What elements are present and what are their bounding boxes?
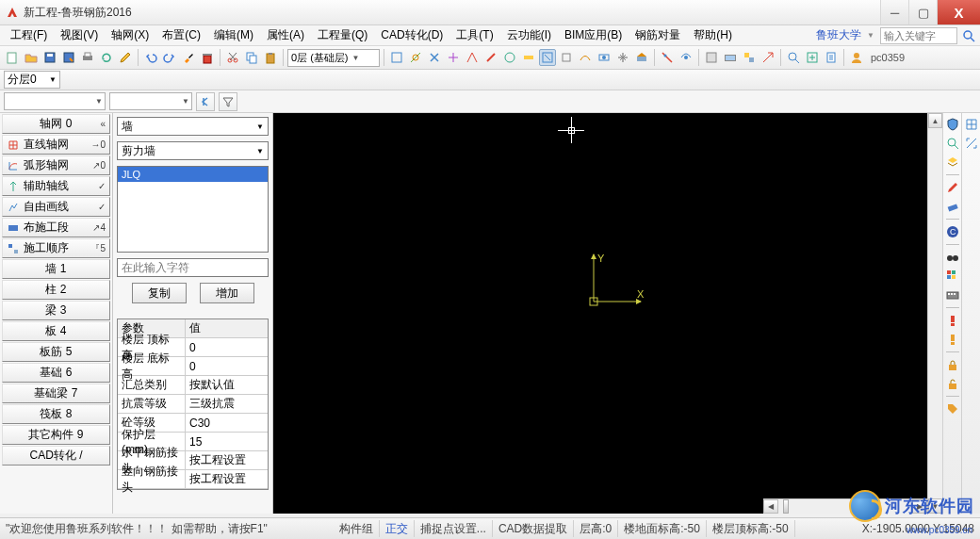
add-button[interactable]: 增加 [200, 283, 254, 303]
menu-help[interactable]: 帮助(H) [687, 25, 739, 45]
sidebar-item-other[interactable]: 其它构件 9 [2, 425, 110, 445]
floor-dropdown[interactable]: 分层0▼ [4, 71, 60, 89]
delete-icon[interactable] [199, 49, 216, 66]
edit-icon[interactable] [117, 49, 134, 66]
tool-9-icon[interactable] [539, 49, 556, 66]
menu-cad[interactable]: CAD转化(D) [374, 25, 449, 45]
tool-19-icon[interactable] [741, 49, 758, 66]
status-component-group[interactable]: 构件组 [334, 520, 380, 537]
menu-rebar-compare[interactable]: 钢筋对量 [629, 25, 687, 45]
tool-16-icon[interactable] [678, 49, 694, 66]
user-icon[interactable] [848, 49, 865, 66]
tool-1-icon[interactable] [388, 49, 405, 66]
tool-12-icon[interactable] [596, 49, 612, 66]
component-subtype-dropdown[interactable]: 剪力墙▼ [117, 141, 269, 160]
sidebar-item-foundation-beam[interactable]: 基础梁 7 [2, 384, 110, 403]
link-university[interactable]: 鲁班大学 [810, 27, 867, 43]
scroll-left-icon[interactable]: ◀ [763, 499, 778, 514]
rtool-warn-icon[interactable] [945, 332, 960, 347]
tool-21-icon[interactable] [785, 49, 802, 66]
layer-dropdown[interactable]: 0层 (基础层)▼ [287, 49, 380, 67]
tool-22-icon[interactable] [804, 49, 821, 66]
menu-view[interactable]: 视图(V) [54, 25, 105, 45]
sidebar-item-free-draw[interactable]: 自由画线✓ [2, 197, 110, 217]
status-snap[interactable]: 捕捉点设置... [415, 520, 493, 537]
rtool-lock-icon[interactable] [945, 357, 960, 372]
tool-3-icon[interactable] [426, 49, 443, 66]
undo-icon[interactable] [142, 49, 159, 66]
rtool-shield-icon[interactable] [945, 117, 960, 132]
tool-5-icon[interactable] [464, 49, 481, 66]
dropdown-arrow-icon[interactable]: ▼ [867, 31, 874, 40]
cut-icon[interactable] [224, 49, 241, 66]
rtool-unlock-icon[interactable] [945, 376, 960, 391]
sidebar-item-aux-axis[interactable]: 辅助轴线✓ [2, 176, 110, 196]
new-icon[interactable] [4, 49, 21, 66]
minimize-button[interactable]: ─ [880, 0, 908, 24]
rtool-grid-icon[interactable] [964, 117, 979, 132]
tool-8-icon[interactable] [520, 49, 537, 66]
tool-17-icon[interactable] [703, 49, 720, 66]
close-button[interactable]: X [937, 0, 980, 24]
sidebar-item-slab-rebar[interactable]: 板筋 5 [2, 342, 110, 362]
rtool-pencil-icon[interactable] [945, 180, 960, 195]
tool-11-icon[interactable] [577, 49, 594, 66]
status-cad-extract[interactable]: CAD数据提取 [493, 520, 574, 537]
filter-funnel-icon[interactable] [219, 92, 237, 111]
rtool-zoom-icon[interactable] [945, 136, 960, 151]
tool-2-icon[interactable] [407, 49, 424, 66]
component-list[interactable]: JLQ [117, 166, 269, 253]
sidebar-item-axis[interactable]: 轴网 0« [2, 114, 110, 134]
tool-6-icon[interactable] [482, 49, 499, 66]
rtool-palette-icon[interactable] [945, 269, 960, 284]
maximize-button[interactable]: ▢ [908, 0, 937, 24]
sidebar-item-column[interactable]: 柱 2 [2, 280, 110, 300]
copy-button[interactable]: 复制 [132, 283, 187, 303]
rtool-tag-icon[interactable] [945, 401, 960, 416]
sidebar-item-wall[interactable]: 墙 1 [2, 259, 110, 279]
menu-tools[interactable]: 工具(T) [449, 25, 499, 45]
rtool-c-icon[interactable]: C [945, 224, 960, 239]
redo-icon[interactable] [161, 49, 178, 66]
sidebar-item-order[interactable]: 施工顺序『5 [2, 238, 110, 258]
brush-icon[interactable] [180, 49, 197, 66]
tool-15-icon[interactable] [659, 49, 676, 66]
menu-attr[interactable]: 属性(A) [260, 25, 311, 45]
drawing-canvas[interactable]: Y X ▲ ▼ ◀ ▶ [273, 113, 942, 514]
rtool-alert-icon[interactable] [945, 313, 960, 328]
menu-edit[interactable]: 编辑(M) [207, 25, 260, 45]
tool-4-icon[interactable] [445, 49, 462, 66]
search-input[interactable] [880, 27, 957, 44]
search-icon[interactable] [961, 28, 976, 43]
tool-18-icon[interactable] [722, 49, 739, 66]
sidebar-item-line-axis[interactable]: 直线轴网→0 [2, 135, 110, 155]
sidebar-item-beam[interactable]: 梁 3 [2, 301, 110, 320]
vertical-scrollbar[interactable]: ▲ ▼ [927, 113, 942, 514]
status-ortho[interactable]: 正交 [380, 520, 415, 537]
filter-collapse-icon[interactable] [196, 92, 215, 111]
tool-7-icon[interactable] [501, 49, 518, 66]
list-item[interactable]: JLQ [118, 167, 268, 182]
rtool-measure-icon[interactable] [964, 136, 979, 151]
sidebar-item-foundation[interactable]: 基础 6 [2, 363, 110, 383]
filter-combo-1[interactable]: ▼ [4, 92, 106, 110]
menu-quantity[interactable]: 工程量(Q) [311, 25, 374, 45]
tool-23-icon[interactable] [823, 49, 840, 66]
refresh-icon[interactable] [98, 49, 115, 66]
rtool-erase-icon[interactable] [945, 199, 960, 214]
sidebar-item-stage[interactable]: 布施工段↗4 [2, 218, 110, 237]
sidebar-item-cad-convert[interactable]: CAD转化 / [2, 446, 110, 466]
component-type-dropdown[interactable]: 墙▼ [117, 117, 269, 136]
scroll-up-icon[interactable]: ▲ [928, 113, 942, 128]
filter-combo-2[interactable]: ▼ [109, 92, 192, 110]
open-icon[interactable] [23, 49, 40, 66]
tool-10-icon[interactable] [558, 49, 575, 66]
save-icon[interactable] [41, 49, 58, 66]
rtool-layers-icon[interactable] [945, 155, 960, 170]
menu-cloud[interactable]: 云功能(I) [500, 25, 558, 45]
sidebar-item-raft[interactable]: 筏板 8 [2, 404, 110, 424]
menu-file[interactable]: 工程(F) [4, 25, 54, 45]
component-name-input[interactable] [117, 258, 269, 277]
sidebar-item-arc-axis[interactable]: 弧形轴网↗0 [2, 155, 110, 175]
save-as-icon[interactable] [60, 49, 77, 66]
